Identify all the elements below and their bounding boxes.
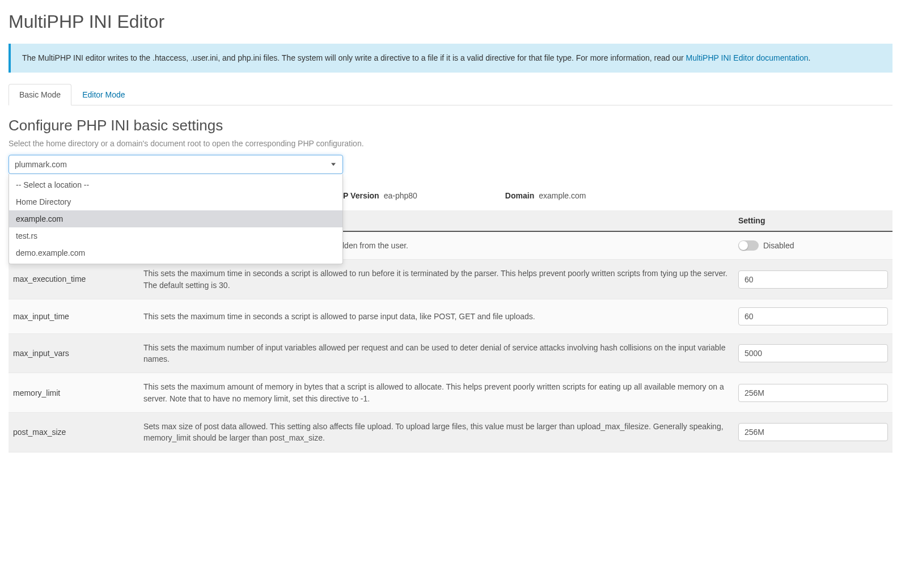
table-row: max_input_timeThis sets the maximum time…	[9, 299, 892, 333]
info-cell: This sets the maximum time in seconds a …	[139, 299, 734, 333]
toggle-switch[interactable]	[738, 240, 759, 251]
setting-cell: Disabled	[734, 231, 892, 260]
info-cell: Sets max size of post data allowed. This…	[139, 413, 734, 452]
table-row: max_input_varsThis sets the maximum numb…	[9, 333, 892, 373]
setting-cell	[734, 373, 892, 413]
setting-input[interactable]	[738, 384, 888, 402]
setting-cell	[734, 413, 892, 452]
section-title: Configure PHP INI basic settings	[9, 117, 892, 134]
directive-cell: post_max_size	[9, 413, 139, 452]
directive-cell: max_execution_time	[9, 260, 139, 299]
col-setting: Setting	[734, 210, 892, 231]
info-cell: This sets the maximum number of input va…	[139, 333, 734, 373]
chevron-down-icon	[331, 163, 336, 166]
domain-meta: Domain example.com	[505, 191, 586, 200]
location-option[interactable]: example.com	[9, 210, 342, 227]
toggle-wrap: Disabled	[738, 240, 888, 251]
alert-text-before: The MultiPHP INI editor writes to the .h…	[22, 53, 686, 62]
location-select-value: plummark.com	[15, 160, 67, 169]
table-row: post_max_sizeSets max size of post data …	[9, 413, 892, 452]
tab-editor-mode[interactable]: Editor Mode	[71, 84, 136, 105]
page-title: MultiPHP INI Editor	[9, 11, 892, 32]
directive-cell: memory_limit	[9, 373, 139, 413]
location-dropdown: -- Select a location --Home Directoryexa…	[9, 174, 343, 264]
setting-cell	[734, 333, 892, 373]
php-version-meta: HP Version ea-php80	[337, 191, 417, 200]
directive-cell: max_input_vars	[9, 333, 139, 373]
tab-basic-mode[interactable]: Basic Mode	[9, 84, 71, 105]
location-option[interactable]: -- Select a location --	[9, 176, 342, 193]
php-version-value: ea-php80	[384, 191, 417, 200]
toggle-label: Disabled	[763, 240, 794, 251]
php-version-label: HP Version	[337, 191, 379, 200]
setting-input[interactable]	[738, 344, 888, 362]
setting-input[interactable]	[738, 423, 888, 441]
setting-input[interactable]	[738, 307, 888, 325]
location-option[interactable]: demo.example.com	[9, 244, 342, 261]
location-option[interactable]: test.rs	[9, 227, 342, 244]
location-select[interactable]: plummark.com	[9, 155, 343, 174]
alert-text-after: .	[809, 53, 811, 62]
table-row: memory_limitThis sets the maximum amount…	[9, 373, 892, 413]
location-option[interactable]: Home Directory	[9, 193, 342, 210]
section-description: Select the home directory or a domain's …	[9, 139, 892, 148]
table-row: max_execution_timeThis sets the maximum …	[9, 260, 892, 299]
setting-input[interactable]	[738, 270, 888, 289]
location-select-wrapper: plummark.com -- Select a location --Home…	[9, 155, 343, 174]
documentation-link[interactable]: MultiPHP INI Editor documentation	[686, 53, 809, 62]
directive-cell: max_input_time	[9, 299, 139, 333]
domain-label: Domain	[505, 191, 534, 200]
domain-value: example.com	[539, 191, 586, 200]
info-cell: This sets the maximum amount of memory i…	[139, 373, 734, 413]
mode-tabs: Basic Mode Editor Mode	[9, 84, 892, 105]
info-alert: The MultiPHP INI editor writes to the .h…	[9, 44, 892, 73]
setting-cell	[734, 299, 892, 333]
info-cell: This sets the maximum time in seconds a …	[139, 260, 734, 299]
setting-cell	[734, 260, 892, 299]
